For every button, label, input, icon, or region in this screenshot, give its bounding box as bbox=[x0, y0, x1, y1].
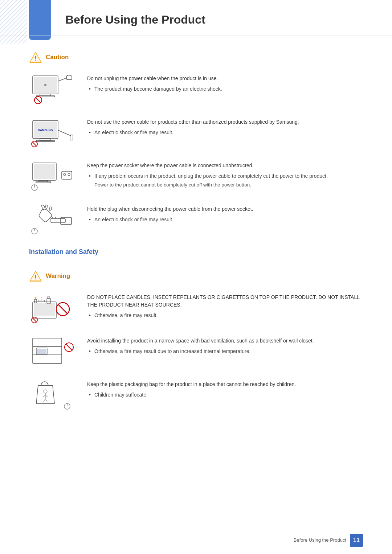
svg-point-10 bbox=[44, 84, 46, 86]
warning-badge: ! Warning bbox=[29, 270, 363, 283]
svg-point-32 bbox=[68, 173, 70, 176]
footer-label: Before Using the Product bbox=[294, 537, 346, 544]
svg-text:!: ! bbox=[34, 55, 36, 62]
plastic-bag-icon bbox=[31, 380, 74, 411]
bullet-item: An electric shock or fire may result. bbox=[87, 216, 363, 223]
caution-item-2-main: Do not use the power cable for products … bbox=[87, 118, 363, 126]
svg-line-56 bbox=[32, 318, 37, 322]
samsung-cable-icon: SAMSUNG bbox=[31, 118, 74, 148]
warning-icon-1 bbox=[29, 292, 76, 324]
svg-rect-51 bbox=[47, 298, 50, 304]
warning-icon-3 bbox=[29, 379, 76, 411]
svg-line-70 bbox=[45, 399, 47, 402]
warning-icon-2 bbox=[29, 335, 76, 368]
caution-item-1-bullets: The product may become damaged by an ele… bbox=[87, 85, 363, 93]
page-title: Before Using the Product bbox=[58, 11, 363, 28]
bullet-item: Children may suffocate. bbox=[87, 391, 363, 399]
svg-text:SAMSUNG: SAMSUNG bbox=[38, 128, 53, 132]
caution-item-3-note: Power to the product cannot be completel… bbox=[87, 181, 363, 189]
warning-item-1: DO NOT PLACE CANDLES, INSECT REPELLANTS … bbox=[29, 292, 363, 324]
socket-unobstructed-icon bbox=[31, 161, 74, 192]
warning-item-1-main: DO NOT PLACE CANDLES, INSECT REPELLANTS … bbox=[87, 294, 363, 309]
warning-item-2-bullets: Otherwise, a fire may result due to an i… bbox=[87, 348, 363, 355]
svg-line-16 bbox=[36, 98, 41, 103]
svg-rect-47 bbox=[34, 299, 37, 303]
narrow-space-icon bbox=[31, 336, 74, 367]
warning-label: Warning bbox=[46, 271, 70, 281]
svg-rect-61 bbox=[37, 349, 46, 354]
installation-heading: Installation and Safety bbox=[29, 247, 363, 259]
caution-item-4-content: Hold the plug when disconnecting the pow… bbox=[87, 204, 363, 225]
footer-page-number: 11 bbox=[350, 534, 363, 547]
svg-rect-30 bbox=[62, 171, 72, 179]
hold-plug-icon bbox=[31, 205, 74, 235]
caution-item-4-main: Hold the plug when disconnecting the pow… bbox=[87, 205, 363, 213]
svg-line-54 bbox=[58, 304, 68, 314]
caution-icon: ! bbox=[29, 51, 42, 64]
warning-item-3: Keep the plastic packaging bag for the p… bbox=[29, 379, 363, 411]
svg-line-25 bbox=[32, 142, 37, 146]
svg-rect-35 bbox=[51, 218, 65, 223]
svg-rect-12 bbox=[66, 76, 72, 79]
svg-point-31 bbox=[64, 173, 66, 176]
warning-item-2-main: Avoid installing the product in a narrow… bbox=[87, 337, 363, 345]
svg-point-65 bbox=[44, 390, 47, 393]
caution-item-3-main: Keep the power socket where the power ca… bbox=[87, 162, 363, 169]
installation-section-gap: Installation and Safety bbox=[29, 247, 363, 259]
caution-icon-2: SAMSUNG bbox=[29, 116, 76, 149]
caution-item-2-bullets: An electric shock or fire may result. bbox=[87, 129, 363, 136]
caution-item-1-content: Do not unplug the power cable when the p… bbox=[87, 73, 363, 94]
warning-item-1-bullets: Otherwise, a fire may result. bbox=[87, 312, 363, 319]
caution-item-3-bullets: If any problem occurs in the product, un… bbox=[87, 172, 363, 180]
page-footer: Before Using the Product 11 bbox=[0, 534, 377, 547]
caution-icon-3 bbox=[29, 160, 76, 193]
page: Before Using the Product ! Caution bbox=[0, 0, 392, 554]
warning-icon: ! bbox=[29, 270, 42, 283]
caution-icon-4 bbox=[29, 204, 76, 236]
svg-line-11 bbox=[58, 78, 67, 81]
warning-item-2-content: Avoid installing the product in a narrow… bbox=[87, 335, 363, 357]
warning-item-1-content: DO NOT PLACE CANDLES, INSECT REPELLANTS … bbox=[87, 292, 363, 321]
svg-line-68 bbox=[45, 395, 48, 397]
svg-line-22 bbox=[58, 130, 71, 136]
caution-item-4: Hold the plug when disconnecting the pow… bbox=[29, 204, 363, 236]
svg-line-69 bbox=[44, 399, 45, 402]
bullet-item: Otherwise, a fire may result. bbox=[87, 312, 363, 319]
warning-item-3-main: Keep the plastic packaging bag for the p… bbox=[87, 381, 363, 388]
caution-icon-1 bbox=[29, 73, 76, 106]
caution-item-3: Keep the power socket where the power ca… bbox=[29, 160, 363, 193]
warning-item-2: Avoid installing the product in a narrow… bbox=[29, 335, 363, 368]
bullet-item: An electric shock or fire may result. bbox=[87, 129, 363, 136]
caution-item-1: Do not unplug the power cable when the p… bbox=[29, 73, 363, 106]
svg-line-63 bbox=[66, 344, 72, 350]
warning-item-3-content: Keep the plastic packaging bag for the p… bbox=[87, 379, 363, 400]
bullet-item: If any problem occurs in the product, un… bbox=[87, 172, 363, 180]
caution-item-2-content: Do not use the power cable for products … bbox=[87, 116, 363, 138]
main-content: ! Caution bbox=[0, 51, 392, 451]
caution-badge: ! Caution bbox=[29, 51, 363, 64]
bullet-item: The product may become damaged by an ele… bbox=[87, 85, 363, 93]
monitor-unplug-icon bbox=[31, 74, 74, 105]
svg-line-67 bbox=[43, 395, 45, 397]
caution-item-3-content: Keep the power socket where the power ca… bbox=[87, 160, 363, 189]
svg-text:!: ! bbox=[34, 274, 36, 280]
bullet-item: Otherwise, a fire may result due to an i… bbox=[87, 348, 363, 355]
page-header: Before Using the Product bbox=[0, 0, 392, 36]
svg-rect-21 bbox=[36, 140, 54, 141]
caution-item-1-main: Do not unplug the power cable when the p… bbox=[87, 75, 363, 82]
svg-rect-27 bbox=[34, 164, 55, 179]
no-candles-icon bbox=[31, 293, 74, 324]
warning-item-3-bullets: Children may suffocate. bbox=[87, 391, 363, 399]
svg-rect-46 bbox=[34, 303, 55, 316]
caution-item-4-bullets: An electric shock or fire may result. bbox=[87, 216, 363, 223]
caution-label: Caution bbox=[46, 53, 69, 62]
svg-rect-29 bbox=[36, 182, 50, 183]
caution-item-2: SAMSUNG Do not use the power cable for p… bbox=[29, 116, 363, 149]
